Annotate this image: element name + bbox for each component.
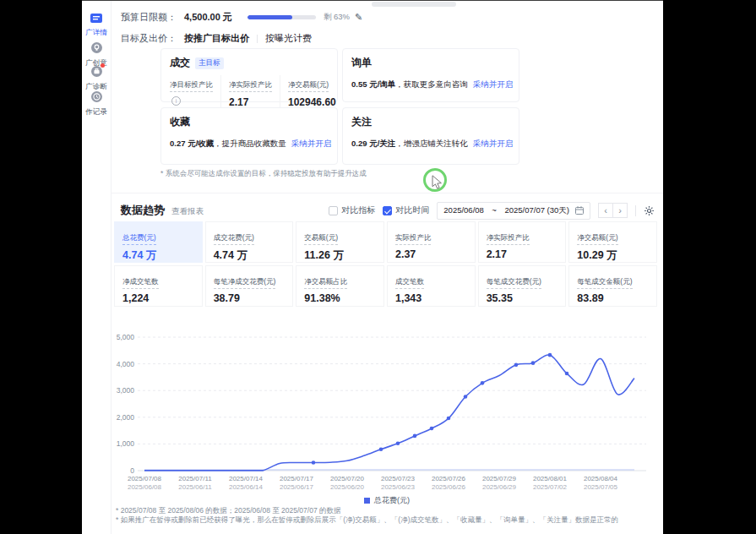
metric-card-5[interactable]: 净交易额(元)10.29 万0.00 [568,221,657,263]
goal-metric-label: 净实际投产比 [229,80,272,92]
metric-card-6[interactable]: 净成交笔数1,2240 [114,265,203,307]
goal-card-desc: 0.27 元/收藏，提升商品收藏数量采纳并开启 [170,139,329,150]
svg-text:2025/07/17: 2025/07/17 [280,475,314,482]
svg-text:4,000: 4,000 [117,360,135,368]
date-pager: ‹ › [598,203,628,218]
metric-card-3[interactable]: 实际投产比2.370.00 [387,221,476,263]
trends-header: 数据趋势 查看报表 对比指标 对比时间 2025/06/08 ~ 2025/07… [121,201,655,220]
budget-progress-fill [247,15,292,19]
budget-remaining: 剩 63% [324,12,350,23]
sidebar: 广详情广创意广诊断作记录 [82,1,111,534]
metric-card-value: 91.38% [304,292,376,304]
svg-text:2025/07/05: 2025/07/05 [584,483,618,491]
metric-card-7[interactable]: 每笔净成交花费(元)38.790.00 [205,265,294,307]
compare-metric-label: 对比指标 [341,204,375,216]
calendar-icon [575,206,584,215]
metric-card-10[interactable]: 每笔成交花费(元)35.350.00 [478,265,567,307]
idea-icon [91,42,102,53]
metric-card-0[interactable]: 总花费(元)4.74 万0.00 [114,221,203,263]
svg-text:2025/08/04: 2025/08/04 [584,475,618,482]
metric-card-label: 每笔净成交花费(元) [214,277,276,289]
sidebar-item-detail[interactable]: 广详情 [82,11,111,38]
svg-text:2025/06/23: 2025/06/23 [381,483,416,491]
metric-card-4[interactable]: 净实际投产比2.170.00 [478,221,567,263]
line-chart: 01,0002,0003,0004,0005,0002025/07/082025… [111,329,663,494]
main-content: 预算日限额： 4,500.00 元 剩 63% ✎ 目标及出价： 按推广目标出价… [111,1,663,534]
goal-bid-option-target[interactable]: 按推广目标出价 [184,32,249,45]
sidebar-item-diagnosis[interactable]: 广诊断 [82,65,111,92]
info-icon[interactable]: i [171,96,181,106]
goal-bid-row: 目标及出价： 按推广目标出价 按曝光计费 [121,32,312,45]
edit-budget-icon[interactable]: ✎ [355,12,362,23]
sidebar-item-record[interactable]: 作记录 [82,90,111,117]
svg-text:2025/07/14: 2025/07/14 [229,475,264,482]
metric-card-label: 净成交笔数 [122,277,159,289]
svg-text:2025/06/11: 2025/06/11 [178,483,212,491]
goal-card-desc-text: ，增强店铺关注转化 [395,139,468,148]
record-icon [91,91,102,102]
svg-text:2025/06/20: 2025/06/20 [330,483,365,491]
goal-card-desc: 0.29 元/关注，增强店铺关注转化采纳并开启 [351,139,510,150]
trend-chart: 01,0002,0003,0004,0005,0002025/07/082025… [111,329,663,494]
metric-card-9[interactable]: 成交笔数1,3430 [387,265,476,307]
adopt-and-enable-link[interactable]: 采纳并开启 [473,79,514,89]
svg-text:2025/06/26: 2025/06/26 [432,483,466,491]
notification-dot [101,63,105,68]
goal-card-follow: 关注0.29 元/关注，增强店铺关注转化采纳并开启 [342,107,519,165]
goal-card-title: 关注 [351,115,510,129]
goal-card-price: 0.55 元/询单 [351,79,395,89]
view-report-link[interactable]: 查看报表 [171,206,204,217]
gear-icon[interactable] [644,205,655,216]
metric-card-1[interactable]: 成交花费(元)4.74 万0.00 [205,221,294,263]
goal-bid-option-exposure[interactable]: 按曝光计费 [265,32,312,45]
divider [635,205,636,216]
goal-card-title: 收藏 [170,115,329,129]
svg-text:2025/07/29: 2025/07/29 [482,475,517,482]
adopt-and-enable-link[interactable]: 采纳并开启 [473,139,514,148]
metric-card-value: 83.89 [577,292,649,304]
legend-marker [364,498,370,504]
goal-card-favorite: 收藏0.27 元/收藏，提升商品收藏数量采纳并开启 [160,107,338,165]
svg-text:2025/07/20: 2025/07/20 [330,475,365,482]
goal-card-desc-text: ，获取更多意向咨询 [395,79,468,89]
compare-metric-checkbox[interactable]: 对比指标 [329,204,375,216]
goal-note: * 系统会尽可能达成你设置的目标，保持稳定投放有助于提升达成 [160,169,367,179]
goal-metric-value: 102946.60 [288,96,336,108]
goal-metric-label-row: 净实际投产比 [229,75,272,92]
next-period-button[interactable]: › [612,203,628,218]
budget-label: 预算日限额： [121,11,177,24]
svg-text:2025/07/02: 2025/07/02 [533,483,568,491]
budget-progress-bar [247,15,316,19]
adopt-and-enable-link[interactable]: 采纳并开启 [291,139,332,148]
metric-card-label: 每笔成交金额(元) [577,277,632,289]
metric-card-label: 总花费(元) [122,233,156,245]
checkbox-checked-icon[interactable] [383,206,392,215]
trends-title: 数据趋势 [121,203,165,218]
goal-card-desc-text: ，提升商品收藏数量 [214,139,286,148]
screen: 广详情广创意广诊断作记录 预算日限额： 4,500.00 元 剩 63% ✎ 目… [0,0,756,534]
metric-card-11[interactable]: 每笔成交金额(元)83.890.00 [568,265,657,307]
compare-time-checkbox[interactable]: 对比时间 [383,204,429,216]
svg-text:2025/08/01: 2025/08/01 [533,475,568,482]
metric-card-label: 净交易额(元) [577,233,617,245]
prev-period-button[interactable]: ‹ [598,203,613,218]
metric-card-value: 38.79 [214,292,286,304]
svg-text:2,000: 2,000 [117,413,135,422]
checkbox-icon[interactable] [329,206,338,215]
goal-card-deal: 成交主目标净目标投产比i2.45✎净实际投产比2.17净交易额(元)102946… [160,48,338,102]
metric-card-8[interactable]: 净交易额占比91.38%0.00% [296,265,384,307]
footnote-2: * 如果推广在暂停或删除前已经获得了曝光，那么在暂停或删除后展示「(净)交易额」… [116,515,618,526]
metric-card-value: 2.37 [395,248,467,260]
svg-text:2025/07/08: 2025/07/08 [128,475,162,482]
svg-text:3,000: 3,000 [117,386,135,395]
svg-text:2025/06/08: 2025/06/08 [128,483,162,491]
compare-time-label: 对比时间 [395,204,429,216]
svg-text:2025/06/14: 2025/06/14 [229,483,264,491]
goal-card-price: 0.27 元/收藏 [170,139,214,148]
metric-card-value: 1,343 [395,292,467,304]
goal-card-title-row: 成交主目标 [170,56,329,70]
goal-metric-label-row: 净交易额(元) [288,75,336,92]
date-range-input[interactable]: 2025/06/08 ~ 2025/07/07 (30天) [437,202,590,220]
metric-card-2[interactable]: 交易额(元)11.26 万0.00 [296,221,384,263]
goal-metric-value: 2.17 [229,96,272,108]
